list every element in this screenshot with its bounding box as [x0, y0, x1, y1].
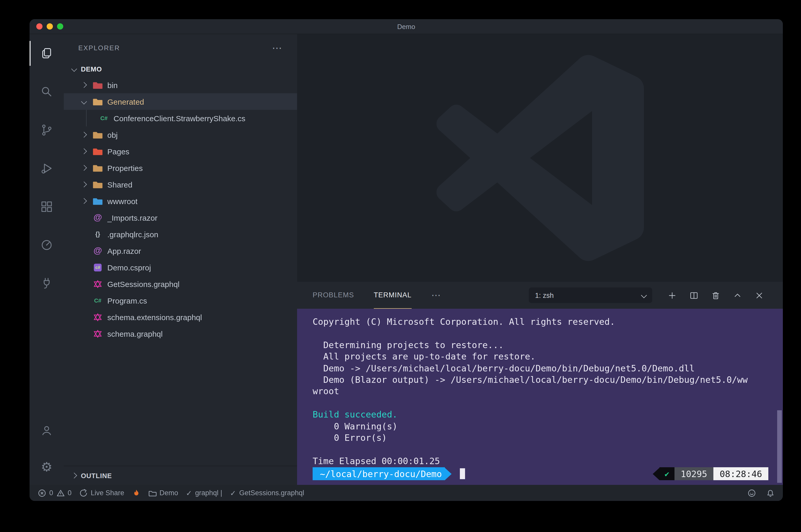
- activity-explorer-button[interactable]: [30, 34, 64, 73]
- close-panel-button[interactable]: [751, 287, 767, 304]
- razor-file-icon: @: [93, 213, 103, 223]
- tree-item-graphqlrc-json[interactable]: {} .graphqlrc.json: [64, 226, 297, 243]
- chevron-right-icon: [81, 132, 87, 138]
- chevron-right-icon: [81, 182, 87, 188]
- tree-item-schema-graphql[interactable]: schema.graphql: [64, 325, 297, 342]
- tree-item-shared[interactable]: Shared: [64, 176, 297, 193]
- prompt-history-segment: 10295: [674, 467, 713, 480]
- tree-item-imports-razor[interactable]: @ _Imports.razor: [64, 209, 297, 226]
- accounts-button[interactable]: [30, 412, 64, 449]
- terminal-line: Demo (Blazor output) -> /Users/michael/l…: [313, 374, 783, 386]
- terminal-line: Time Elapsed 00:00:01.25: [313, 455, 783, 467]
- terminal-shell-select[interactable]: 1: zsh: [529, 287, 652, 303]
- explorer-sidebar: EXPLORER ⋯ DEMO bin Gene: [64, 34, 297, 485]
- terminal-line: Demo -> /Users/michael/local/berry-docu/…: [313, 362, 783, 374]
- kill-terminal-button[interactable]: [707, 287, 724, 304]
- panel-header: PROBLEMS TERMINAL ⋯ 1: zsh: [297, 282, 783, 309]
- status-feedback-button[interactable]: [748, 489, 756, 497]
- activity-extensions-button[interactable]: [30, 188, 64, 226]
- activity-remote-explorer-button[interactable]: [30, 264, 64, 303]
- powerline-arrow-left-icon: [653, 468, 659, 480]
- tab-terminal[interactable]: TERMINAL: [374, 282, 412, 309]
- split-terminal-button[interactable]: [686, 287, 702, 304]
- tree-item-getsessions-graphql[interactable]: GetSessions.graphql: [64, 276, 297, 292]
- editor-area: [297, 34, 783, 282]
- window-controls: [36, 19, 63, 34]
- chevron-right-icon: [81, 148, 87, 154]
- source-control-icon: [40, 123, 53, 137]
- tree-item-obj[interactable]: obj: [64, 127, 297, 143]
- tree-item-bin[interactable]: bin: [64, 77, 297, 93]
- shell-select-value: 1: zsh: [535, 291, 554, 299]
- vscode-window: Demo: [30, 19, 783, 501]
- error-icon: [38, 489, 46, 497]
- status-workspace[interactable]: Demo: [148, 489, 178, 497]
- terminal-line: [313, 397, 783, 409]
- tab-problems[interactable]: PROBLEMS: [313, 282, 354, 309]
- section-outline[interactable]: OUTLINE: [64, 466, 297, 485]
- settings-button[interactable]: ⚙: [30, 449, 64, 485]
- activity-source-control-button[interactable]: [30, 111, 64, 149]
- close-icon: [754, 290, 764, 300]
- terminal-line: 0 Warning(s): [313, 420, 783, 432]
- chevron-right-icon: [71, 473, 77, 479]
- terminal-prompt-line: ~/local/berry-docu/Demo ✔ 10295 08:28:46: [313, 467, 783, 480]
- folder-outline-icon: [148, 489, 156, 497]
- folder-icon: [93, 179, 103, 189]
- explorer-title: EXPLORER: [78, 44, 120, 52]
- activity-run-debug-button[interactable]: [30, 149, 64, 188]
- title-bar[interactable]: Demo: [30, 19, 783, 34]
- folder-www-icon: [93, 196, 103, 206]
- terminal-line: 0 Error(s): [313, 432, 783, 444]
- remote-explorer-icon: [40, 277, 53, 290]
- maximize-panel-button[interactable]: [729, 287, 746, 304]
- live-share-icon: [79, 489, 88, 497]
- status-problems[interactable]: 0 0: [38, 489, 72, 497]
- bell-icon: [766, 489, 775, 497]
- terminal[interactable]: Copyright (C) Microsoft Corporation. All…: [297, 309, 783, 485]
- account-icon: [40, 424, 53, 437]
- explorer-more-actions-button[interactable]: ⋯: [272, 42, 283, 54]
- search-icon: [40, 85, 53, 98]
- terminal-scrollbar[interactable]: [777, 410, 782, 483]
- status-getsessions-graphql[interactable]: ✓ GetSessions.graphql: [230, 489, 304, 497]
- status-flame-extension[interactable]: [132, 489, 140, 497]
- status-notifications-button[interactable]: [766, 489, 775, 497]
- close-window-button[interactable]: [36, 23, 42, 30]
- zoom-window-button[interactable]: [57, 23, 63, 30]
- check-icon: ✓: [186, 489, 192, 497]
- powerline-arrow-icon: [445, 468, 452, 480]
- new-terminal-button[interactable]: [663, 287, 680, 304]
- graphql-file-icon: [93, 312, 103, 322]
- panel-more-tabs-button[interactable]: ⋯: [431, 289, 441, 301]
- section-demo[interactable]: DEMO: [64, 61, 297, 77]
- chevron-down-icon: [71, 66, 77, 72]
- activity-search-button[interactable]: [30, 73, 64, 111]
- folder-open-icon: [93, 97, 103, 107]
- csproj-file-icon: c#: [93, 262, 103, 272]
- tree-item-properties[interactable]: Properties: [64, 159, 297, 176]
- terminal-line: Determining projects to restore...: [313, 339, 783, 351]
- tree-item-wwwroot[interactable]: wwwroot: [64, 193, 297, 209]
- chevron-up-icon: [732, 290, 742, 300]
- status-graphql[interactable]: ✓ graphql |: [186, 489, 222, 497]
- tree-item-conferenceclient-strawberryshake-cs[interactable]: C# ConferenceClient.StrawberryShake.cs: [64, 110, 297, 127]
- chevron-down-icon: [641, 292, 647, 298]
- vscode-logo-watermark: [436, 54, 644, 262]
- status-live-share[interactable]: Live Share: [79, 489, 124, 497]
- tree-item-app-razor[interactable]: @ App.razor: [64, 243, 297, 259]
- tree-item-schema-extensions-graphql[interactable]: schema.extensions.graphql: [64, 309, 297, 325]
- tree-item-program-cs[interactable]: C# Program.cs: [64, 292, 297, 309]
- status-bar: 0 0 Live Share Demo ✓ graphql | ✓ GetS: [30, 485, 783, 501]
- terminal-line: All projects are up-to-date for restore.: [313, 351, 783, 362]
- tree-item-demo-csproj[interactable]: c# Demo.csproj: [64, 259, 297, 276]
- razor-file-icon: @: [93, 246, 103, 255]
- check-icon: ✓: [230, 489, 236, 497]
- section-demo-label: DEMO: [81, 65, 102, 73]
- tree-item-generated[interactable]: Generated: [64, 93, 297, 110]
- screen: Demo: [0, 0, 801, 532]
- tree-item-pages[interactable]: Pages: [64, 143, 297, 159]
- activity-test-explorer-button[interactable]: [30, 226, 64, 264]
- split-icon: [689, 290, 698, 300]
- minimize-window-button[interactable]: [47, 23, 53, 30]
